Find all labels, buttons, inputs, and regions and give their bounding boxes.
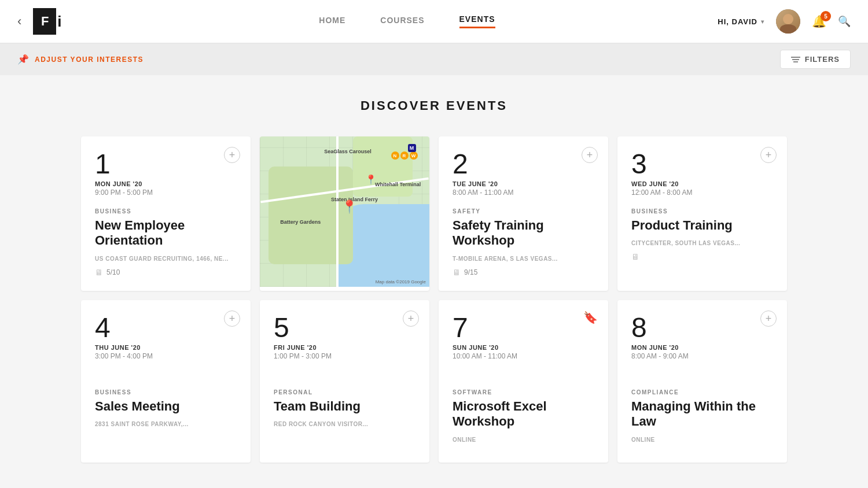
event-location-7: ONLINE	[453, 437, 594, 443]
add-button-5[interactable]: +	[403, 310, 419, 327]
seats-icon-1: 🖥	[95, 268, 103, 277]
event-card-4[interactable]: + 4 THU JUNE '20 3:00 PM - 4:00 PM BUSIN…	[81, 300, 251, 463]
filters-label: FILTERS	[805, 55, 840, 64]
adjust-interests-label: ADJUST YOUR INTERESTS	[35, 56, 144, 64]
filters-button[interactable]: FILTERS	[780, 50, 851, 69]
event-location-1: US COAST GUARD RECRUITING, 1466, NE...	[95, 256, 237, 262]
event-category-2: SAFETY	[453, 208, 594, 215]
event-title-5: Team Building	[274, 399, 415, 414]
badge-w: W	[410, 151, 418, 160]
back-button[interactable]: ‹	[17, 14, 21, 29]
seats-icon-2: 🖥	[453, 268, 461, 277]
event-date-2: TUE JUNE '20	[453, 180, 594, 187]
event-time-5: 1:00 PM - 3:00 PM	[274, 352, 415, 360]
event-seats-2: 🖥 9/15	[453, 268, 594, 277]
event-category-8: COMPLIANCE	[631, 389, 773, 395]
event-date-4: THU JUNE '20	[95, 344, 237, 351]
event-location-3: CITYCENTER, SOUTH LAS VEGAS...	[631, 240, 773, 246]
event-title-7: Microsoft Excel Workshop	[453, 399, 594, 430]
map-m-badge: M	[408, 144, 416, 152]
event-title-4: Sales Meeting	[95, 399, 237, 414]
map-label-battery: Battery Gardens	[280, 219, 321, 225]
search-icon[interactable]: 🔍	[838, 15, 851, 28]
avatar[interactable]	[776, 9, 800, 34]
event-title-3: Product Training	[631, 218, 773, 233]
event-time-8: 8:00 AM - 9:00 AM	[631, 352, 773, 360]
seats-value-2: 9/15	[464, 268, 477, 276]
notification-badge: 5	[821, 11, 831, 21]
main-content: DISCOVER EVENTS + 1 MON JUNE '20 9:00 PM…	[0, 75, 868, 486]
event-category-5: PERSONAL	[274, 389, 415, 395]
add-button-8[interactable]: +	[760, 310, 777, 327]
event-number-2: 2	[453, 150, 594, 178]
seats-icon-3: 🖥	[631, 252, 639, 261]
sub-header: 📌 ADJUST YOUR INTERESTS FILTERS	[0, 43, 868, 75]
map-label-whitehall: Whitehall Terminal	[375, 182, 421, 187]
event-location-8: ONLINE	[631, 437, 773, 443]
map-road-2	[336, 136, 339, 287]
avatar-face	[776, 9, 800, 34]
events-grid: + 1 MON JUNE '20 9:00 PM - 5:00 PM BUSIN…	[81, 136, 787, 463]
event-date-3: WED JUNE '20	[631, 180, 773, 187]
event-seats-3: 🖥	[631, 252, 773, 261]
event-date-1: MON JUNE '20	[95, 180, 237, 187]
nav-home[interactable]: HOME	[319, 16, 345, 28]
map-copyright: Map data ©2019 Google	[376, 279, 426, 284]
event-number-1: 1	[95, 150, 237, 178]
event-time-1: 9:00 PM - 5:00 PM	[95, 188, 237, 197]
event-date-7: SUN JUNE '20	[453, 344, 594, 351]
event-map-card[interactable]: SeaGlass Carousel Staten Island Ferry Ba…	[260, 136, 429, 291]
chevron-down-icon: ▾	[761, 19, 764, 25]
event-category-3: BUSINESS	[631, 208, 773, 215]
page-title: DISCOVER EVENTS	[81, 98, 787, 113]
event-category-7: SOFTWARE	[453, 389, 594, 395]
map-transport-badges: N R W	[391, 151, 418, 160]
add-button-3[interactable]: +	[760, 147, 777, 163]
event-card-3[interactable]: + 3 WED JUNE '20 12:00 AM - 8:00 AM BUSI…	[617, 136, 787, 291]
event-time-4: 3:00 PM - 4:00 PM	[95, 352, 237, 360]
main-nav: HOME COURSES EVENTS	[97, 14, 718, 28]
event-number-3: 3	[631, 150, 773, 178]
event-time-7: 10:00 AM - 11:00 AM	[453, 352, 594, 360]
badge-n: N	[391, 151, 399, 160]
add-button-4[interactable]: +	[224, 310, 240, 327]
user-menu[interactable]: HI, DAVID ▾	[718, 17, 764, 26]
add-button-1[interactable]: +	[224, 147, 240, 163]
badge-r: R	[400, 151, 409, 160]
event-card-7[interactable]: 🔖 7 SUN JUNE '20 10:00 AM - 11:00 AM SOF…	[439, 300, 608, 463]
map-land-1	[269, 167, 354, 264]
event-card-5[interactable]: + 5 FRI JUNE '20 1:00 PM - 3:00 PM PERSO…	[260, 300, 429, 463]
event-title-1: New Employee Orientation	[95, 218, 237, 249]
header-right: HI, DAVID ▾ 🔔 5 🔍	[718, 9, 851, 34]
map-embed: SeaGlass Carousel Staten Island Ferry Ba…	[260, 136, 429, 287]
event-card-8[interactable]: + 8 MON JUNE '20 8:00 AM - 9:00 AM COMPL…	[617, 300, 787, 463]
bookmark-button-7[interactable]: 🔖	[583, 310, 598, 324]
event-seats-1: 🖥 5/10	[95, 268, 237, 277]
event-title-2: Safety Training Workshop	[453, 218, 594, 249]
map-label-carousel: SeaGlass Carousel	[324, 149, 372, 154]
greeting-text: HI, DAVID	[718, 17, 757, 26]
event-card-1[interactable]: + 1 MON JUNE '20 9:00 PM - 5:00 PM BUSIN…	[81, 136, 251, 291]
event-category-1: BUSINESS	[95, 208, 237, 215]
event-number-7: 7	[453, 314, 594, 342]
adjust-interests-button[interactable]: 📌 ADJUST YOUR INTERESTS	[17, 54, 144, 65]
event-title-8: Managing Within the Law	[631, 399, 773, 430]
nav-courses[interactable]: COURSES	[380, 16, 424, 28]
header: ‹ F i HOME COURSES EVENTS HI, DAVID ▾ 🔔 …	[0, 0, 868, 43]
notification-bell[interactable]: 🔔 5	[812, 14, 826, 28]
add-button-2[interactable]: +	[582, 147, 598, 163]
logo-suffix: i	[57, 13, 61, 31]
event-date-5: FRI JUNE '20	[274, 344, 415, 351]
event-number-8: 8	[631, 314, 773, 342]
map-pin: 📍	[341, 199, 357, 215]
logo-icon: F	[33, 8, 56, 35]
event-location-4: 2831 SAINT ROSE PARKWAY,...	[95, 421, 237, 427]
filter-lines-icon	[791, 57, 800, 62]
nav-events[interactable]: EVENTS	[459, 14, 495, 28]
pin-icon: 📌	[17, 54, 29, 65]
event-category-4: BUSINESS	[95, 389, 237, 395]
event-number-4: 4	[95, 314, 237, 342]
event-time-2: 8:00 AM - 11:00 AM	[453, 188, 594, 197]
event-card-2[interactable]: + 2 TUE JUNE '20 8:00 AM - 11:00 AM SAFE…	[439, 136, 608, 291]
event-date-8: MON JUNE '20	[631, 344, 773, 351]
